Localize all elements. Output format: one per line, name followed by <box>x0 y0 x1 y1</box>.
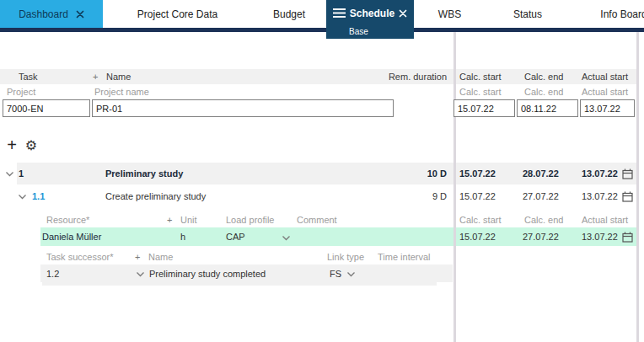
load-profile-header: Load profile <box>226 212 275 227</box>
collapse-chevron-icon[interactable] <box>17 193 27 200</box>
task-calc-start[interactable]: 15.07.22 <box>459 189 496 204</box>
dropdown-chevron-icon[interactable] <box>346 270 356 277</box>
tab-bar: Dashboard Project Core Data Budget Sched… <box>0 0 644 28</box>
task-wbs-code[interactable]: 1.1 <box>32 189 45 204</box>
tab-status-label: Status <box>513 8 542 20</box>
resource-actual-start[interactable]: 13.07.22 <box>582 229 618 244</box>
subheader-calc-end: Calc. end <box>524 84 563 99</box>
panel-divider <box>636 32 639 342</box>
comment-header: Comment <box>297 212 337 227</box>
dropdown-chevron-icon[interactable] <box>135 270 145 277</box>
column-header-task: Task <box>19 69 38 84</box>
tab-info-board[interactable]: Info Board <box>570 0 644 28</box>
tab-info-board-label: Info Board <box>600 8 644 20</box>
successor-wbs[interactable]: 1.2 <box>46 266 59 281</box>
tab-project-core-data-label: Project Core Data <box>137 8 217 20</box>
successor-name[interactable]: Preliminary study completed <box>149 266 266 281</box>
task-name[interactable]: Preliminary study <box>105 166 183 181</box>
successor-link-type[interactable]: FS <box>330 266 341 281</box>
tab-budget[interactable]: Budget <box>252 0 326 28</box>
task-rem-duration[interactable]: 9 D <box>432 189 447 204</box>
tab-schedule-label: Schedule <box>350 8 394 19</box>
calendar-icon[interactable] <box>621 231 633 243</box>
dropdown-chevron-icon[interactable] <box>281 234 291 241</box>
project-calc-end-field[interactable]: 08.11.22 <box>517 99 578 117</box>
close-icon[interactable] <box>399 9 407 18</box>
project-calc-start-field[interactable]: 15.07.22 <box>453 99 515 117</box>
resource-header: Resource* <box>46 212 89 227</box>
task-wbs-code[interactable]: 1 <box>19 166 24 181</box>
panel-divider <box>453 32 456 342</box>
unit-header: Unit <box>180 212 197 227</box>
add-column-icon[interactable]: + <box>93 69 98 84</box>
tab-status[interactable]: Status <box>486 0 570 28</box>
time-interval-header: Time interval <box>378 249 431 265</box>
tab-dashboard-label: Dashboard <box>19 8 68 20</box>
resource-calc-start-header: Calc. start <box>459 212 502 227</box>
link-type-header: Link type <box>327 249 364 265</box>
task-calc-end[interactable]: 27.07.22 <box>523 189 559 204</box>
add-resource-icon[interactable]: + <box>167 212 172 227</box>
task-name[interactable]: Create preliminary study <box>105 189 206 204</box>
resource-load-profile[interactable]: CAP <box>226 229 245 244</box>
successor-name-header: Name <box>148 249 173 265</box>
column-header-rem-duration: Rem. duration <box>389 69 447 84</box>
subheader-actual-start: Actual start <box>582 84 628 99</box>
resource-calc-start[interactable]: 15.07.22 <box>459 229 496 244</box>
task-actual-start[interactable]: 13.07.22 <box>582 189 618 204</box>
tab-bar-bottom-strip <box>0 28 644 32</box>
add-task-button[interactable]: + <box>5 136 19 153</box>
task-actual-start[interactable]: 13.07.22 <box>582 166 618 181</box>
app-window: Dashboard Project Core Data Budget Sched… <box>0 0 644 342</box>
project-actual-start-field[interactable]: 13.07.22 <box>580 99 635 117</box>
task-successor-header: Task successor* <box>46 249 113 265</box>
tab-budget-label: Budget <box>273 8 305 20</box>
close-icon[interactable] <box>76 10 84 19</box>
subheader-project-name: Project name <box>94 84 149 99</box>
tab-dashboard[interactable]: Dashboard <box>0 0 103 28</box>
empty-row-stub <box>42 282 437 286</box>
column-header-actual-start: Actual start <box>582 69 628 84</box>
column-header-calc-start: Calc. start <box>459 69 502 84</box>
tab-schedule-sublabel: Base <box>349 27 368 36</box>
task-calc-end[interactable]: 28.07.22 <box>523 166 559 181</box>
add-successor-icon[interactable]: + <box>135 249 140 265</box>
project-name-field[interactable]: PR-01 <box>92 99 394 117</box>
tab-project-core-data[interactable]: Project Core Data <box>103 0 252 28</box>
project-id-field[interactable]: 7000-EN <box>3 99 90 117</box>
calendar-icon[interactable] <box>621 168 633 179</box>
subheader-project: Project <box>7 84 35 99</box>
tab-schedule[interactable]: Schedule Base <box>326 0 414 39</box>
task-calc-start[interactable]: 15.07.22 <box>459 166 496 181</box>
calendar-icon[interactable] <box>621 190 633 202</box>
resource-unit[interactable]: h <box>180 229 185 244</box>
resource-actual-start-header: Actual start <box>582 212 628 227</box>
tab-wbs[interactable]: WBS <box>414 0 486 28</box>
resource-name[interactable]: Daniela Müller <box>42 229 101 244</box>
resource-calc-end-header: Calc. end <box>524 212 563 227</box>
task-rem-duration[interactable]: 10 D <box>427 166 447 181</box>
column-header-name: Name <box>106 69 131 84</box>
settings-gear-icon[interactable]: ⚙ <box>24 137 39 154</box>
collapse-chevron-icon[interactable] <box>4 170 14 177</box>
tab-wbs-label: WBS <box>438 8 461 20</box>
resource-calc-end[interactable]: 27.07.22 <box>523 229 559 244</box>
column-header-calc-end: Calc. end <box>524 69 563 84</box>
hamburger-menu-icon[interactable] <box>333 8 346 18</box>
subheader-calc-start: Calc. start <box>459 84 502 99</box>
